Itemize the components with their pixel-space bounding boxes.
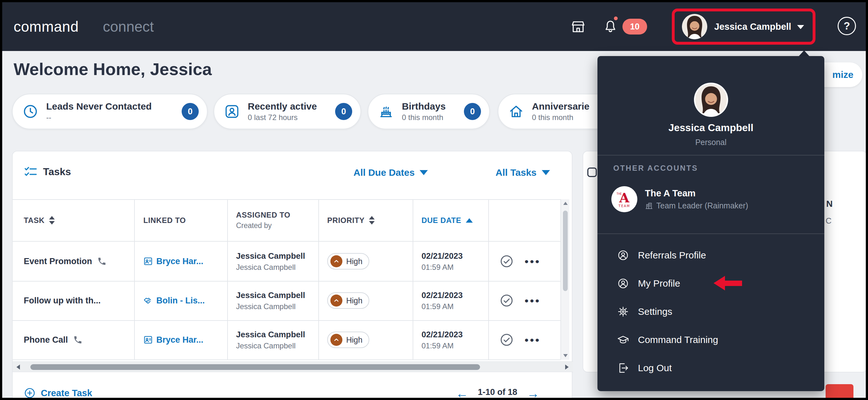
team-role-label: Team Leader (Rainmaker): [656, 201, 748, 210]
count-badge: 0: [182, 103, 199, 120]
linked-to-link[interactable]: Bryce Har...: [156, 257, 204, 266]
scroll-down-icon[interactable]: [563, 354, 568, 357]
team-name: The A Team: [645, 188, 748, 199]
priority-high-icon: [330, 334, 342, 346]
notification-count-badge[interactable]: 10: [622, 19, 647, 34]
team-building-icon: [645, 202, 653, 210]
horizontal-scrollbar[interactable]: [13, 361, 573, 372]
assigned-to-name: Jessica Campbell: [236, 251, 305, 261]
marketplace-icon[interactable]: [570, 19, 586, 34]
column-header-label: LINKED TO: [143, 216, 186, 225]
gear-icon: [617, 306, 629, 318]
due-date: 02/21/2023: [422, 251, 463, 261]
menu-item-log-out[interactable]: Log Out: [597, 354, 824, 382]
task-name: Event Promotion: [24, 257, 92, 266]
column-header-label: TASK: [24, 216, 44, 225]
complete-task-button[interactable]: [499, 281, 514, 320]
plus-circle-icon: [24, 387, 36, 399]
due-dates-filter-label: All Due Dates: [353, 167, 414, 178]
team-account-item[interactable]: ATEAMTHE The A Team Team Leader (Rainmak…: [611, 183, 808, 216]
complete-task-button[interactable]: [499, 320, 514, 360]
column-header-priority[interactable]: PRIORITY: [327, 199, 375, 241]
user-menu-button[interactable]: Jessica Campbell: [714, 2, 791, 51]
complete-task-button[interactable]: [499, 241, 514, 281]
top-navbar: command connect 10 Jessica Campbell ?: [2, 2, 866, 51]
due-time: 01:59 AM: [422, 263, 454, 272]
row-actions-button[interactable]: •••: [525, 281, 541, 320]
team-logo: ATEAMTHE: [611, 186, 637, 212]
menu-item-label: Settings: [638, 306, 672, 317]
menu-item-settings[interactable]: Settings: [597, 297, 824, 325]
assigned-to-name: Jessica Campbell: [236, 330, 305, 340]
tasks-title: Tasks: [43, 166, 71, 178]
card-label: Birthdays: [402, 101, 445, 112]
priority-badge: High: [327, 253, 369, 269]
clock-icon: [22, 103, 39, 120]
row-actions-button[interactable]: •••: [525, 241, 541, 281]
column-header-due-date[interactable]: DUE DATE: [422, 199, 473, 241]
column-header-label: DUE DATE: [422, 216, 461, 225]
created-by-name: Jessica Campbell: [236, 341, 296, 350]
person-circle-icon: [617, 249, 629, 261]
contact-card-icon: [143, 256, 153, 266]
due-time: 01:59 AM: [422, 302, 454, 311]
created-by-name: Jessica Campbell: [236, 263, 296, 272]
scroll-right-icon[interactable]: [565, 365, 569, 370]
count-badge: 0: [464, 103, 481, 120]
linked-to-link[interactable]: Bryce Har...: [156, 335, 204, 345]
next-page-button[interactable]: →: [527, 387, 539, 400]
brand-logo[interactable]: command: [13, 2, 79, 51]
phone-icon: [97, 257, 106, 266]
tasks-checklist-icon: [23, 165, 38, 179]
help-glyph: ?: [844, 20, 850, 32]
card-sub: 0 this month: [532, 113, 590, 122]
user-avatar: [695, 84, 727, 116]
menu-item-label: My Profile: [638, 278, 680, 289]
person-circle-icon: [617, 278, 629, 289]
menu-item-referrals-profile[interactable]: Referrals Profile: [597, 241, 824, 269]
menu-item-label: Log Out: [638, 363, 672, 373]
summary-card-birthdays[interactable]: Birthdays 0 this month 0: [368, 94, 490, 129]
due-date: 02/21/2023: [422, 330, 463, 340]
menu-item-command-training[interactable]: Command Training: [597, 325, 824, 354]
create-task-label: Create Task: [41, 388, 92, 398]
menu-account-type: Personal: [597, 138, 824, 147]
priority-badge: High: [327, 332, 369, 348]
user-avatar[interactable]: [682, 14, 707, 39]
row-actions-button[interactable]: •••: [525, 320, 541, 360]
app-screen: N C Welcome Home, Jessica mize Leads Nev…: [0, 0, 868, 400]
column-header-task[interactable]: TASK: [24, 199, 55, 241]
card-label: Recently active: [248, 101, 317, 112]
bell-icon[interactable]: [603, 19, 618, 34]
summary-card-recently-active[interactable]: Recently active 0 last 72 hours 0: [214, 94, 361, 129]
prev-page-button[interactable]: ←: [456, 387, 468, 400]
create-task-button[interactable]: Create Task: [24, 387, 92, 399]
table-row: Event Promotion Bryce Har... Jessica Cam…: [13, 241, 560, 281]
task-name: Follow up with th...: [24, 296, 101, 306]
help-button[interactable]: ?: [838, 17, 856, 35]
vertical-scrollbar[interactable]: [560, 199, 569, 360]
priority-high-icon: [330, 255, 342, 267]
person-card-icon: [224, 103, 240, 120]
due-dates-filter[interactable]: All Due Dates: [353, 165, 428, 180]
tasks-filter[interactable]: All Tasks: [496, 165, 550, 180]
menu-item-label: Referrals Profile: [638, 250, 706, 261]
sort-icon: [49, 216, 55, 225]
scroll-left-icon[interactable]: [17, 365, 20, 370]
column-header-label: PRIORITY: [327, 216, 365, 225]
menu-item-my-profile[interactable]: My Profile: [597, 269, 824, 297]
due-time: 01:59 AM: [422, 341, 454, 350]
count-badge: 0: [335, 103, 352, 120]
card-sub: 0 this month: [402, 113, 445, 122]
summary-card-leads-never-contacted[interactable]: Leads Never Contacted -- 0: [12, 94, 208, 129]
task-name: Phone Call: [24, 335, 68, 345]
divider: [13, 360, 560, 360]
linked-to-link[interactable]: Bolin - Lis...: [156, 296, 205, 306]
horizontal-scrollbar-thumb[interactable]: [30, 364, 480, 370]
account-dropdown-menu: Jessica Campbell Personal OTHER ACCOUNTS…: [597, 56, 824, 391]
brand-connect-tab[interactable]: connect: [103, 2, 154, 51]
handshake-icon: [143, 295, 153, 306]
partial-text: N: [826, 199, 833, 209]
vertical-scrollbar-thumb[interactable]: [563, 210, 568, 291]
scroll-up-icon[interactable]: [563, 202, 568, 205]
